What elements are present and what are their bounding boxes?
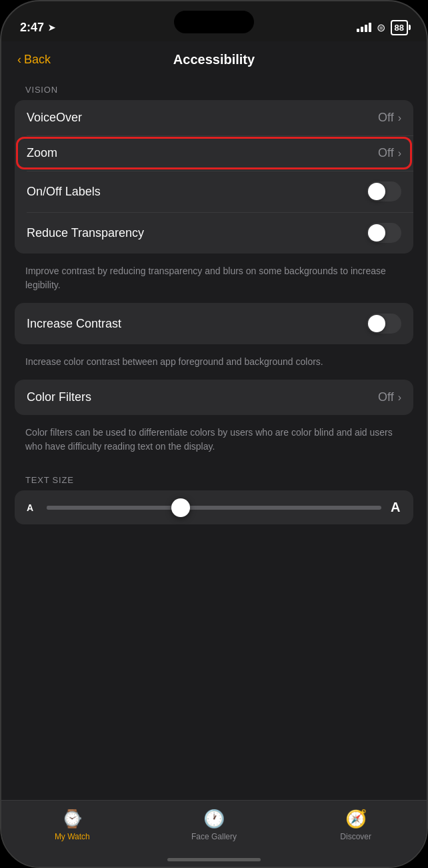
color-filters-chevron-icon: ›	[398, 392, 401, 404]
voiceover-label: VoiceOver	[27, 111, 82, 125]
onoff-labels-label: On/Off Labels	[27, 185, 101, 199]
voiceover-chevron-icon: ›	[398, 112, 401, 124]
slider-fill	[47, 506, 181, 510]
vision-section-label: VISION	[15, 74, 413, 100]
zoom-right: Off ›	[378, 146, 401, 160]
text-size-slider[interactable]	[47, 506, 381, 510]
voiceover-right: Off ›	[378, 111, 401, 125]
reduce-transparency-toggle[interactable]	[367, 223, 401, 243]
slider-max-label: A	[391, 500, 401, 515]
status-time: 2:47 ➤	[20, 21, 55, 35]
nav-bar: ‹ Back Accessibility	[1, 41, 427, 74]
page-title: Accessibility	[173, 52, 255, 67]
onoff-labels-toggle-knob	[368, 183, 385, 200]
my-watch-icon: ⌚	[61, 809, 83, 829]
slider-min-label: A	[27, 502, 37, 513]
vision-settings-card: VoiceOver Off › Zoom Off ›	[15, 100, 413, 254]
increase-contrast-card: Increase Contrast	[15, 303, 413, 344]
discover-label: Discover	[340, 832, 371, 841]
signal-bar-2	[361, 27, 363, 32]
signal-bar-3	[365, 25, 367, 32]
text-size-slider-card: A A	[15, 490, 413, 524]
increase-contrast-description: Increase color contrast between app fore…	[15, 350, 413, 380]
location-icon: ➤	[48, 23, 55, 33]
zoom-label: Zoom	[27, 146, 57, 160]
color-filters-right: Off ›	[378, 390, 401, 404]
my-watch-label: My Watch	[55, 832, 90, 841]
battery-indicator: 88	[391, 20, 408, 35]
signal-bars	[357, 23, 371, 32]
wifi-icon: ⊜	[377, 21, 385, 34]
zoom-chevron-icon: ›	[398, 147, 401, 159]
status-icons: ⊜ 88	[357, 20, 408, 35]
onoff-labels-toggle[interactable]	[367, 181, 401, 201]
color-filters-card: Color Filters Off ›	[15, 380, 413, 415]
zoom-row[interactable]: Zoom Off ›	[15, 135, 413, 171]
voiceover-row[interactable]: VoiceOver Off ›	[15, 100, 413, 135]
color-filters-value: Off	[378, 390, 394, 404]
onoff-labels-row[interactable]: On/Off Labels	[15, 171, 413, 212]
signal-bar-1	[357, 29, 359, 32]
zoom-highlight	[16, 137, 412, 169]
battery-level: 88	[395, 23, 404, 33]
home-indicator	[167, 858, 261, 861]
tab-discover[interactable]: 🧭 Discover	[329, 809, 383, 841]
back-button[interactable]: ‹ Back	[17, 53, 51, 67]
increase-contrast-toggle[interactable]	[367, 314, 401, 334]
time-display: 2:47	[20, 21, 44, 35]
increase-contrast-toggle-knob	[368, 315, 385, 332]
screen-content: ‹ Back Accessibility VISION VoiceOver Of…	[1, 41, 427, 800]
back-arrow-icon: ‹	[17, 53, 21, 67]
signal-bar-4	[369, 23, 371, 32]
phone-frame: 2:47 ➤ ⊜ 88 ‹ Back Accessibility	[0, 0, 428, 868]
tab-face-gallery[interactable]: 🕐 Face Gallery	[187, 809, 241, 841]
text-size-section-label: TEXT SIZE	[15, 464, 413, 490]
discover-icon: 🧭	[345, 809, 367, 829]
transparency-description: Improve contrast by reducing transparenc…	[15, 259, 413, 303]
scroll-area[interactable]: VISION VoiceOver Off › Zoom Off	[1, 74, 427, 530]
increase-contrast-label: Increase Contrast	[27, 317, 121, 331]
color-filters-row[interactable]: Color Filters Off ›	[15, 380, 413, 415]
reduce-transparency-row[interactable]: Reduce Transparency	[15, 212, 413, 254]
increase-contrast-row[interactable]: Increase Contrast	[15, 303, 413, 344]
color-filters-label: Color Filters	[27, 390, 91, 404]
tab-my-watch[interactable]: ⌚ My Watch	[45, 809, 99, 841]
zoom-value: Off	[378, 146, 394, 160]
back-label: Back	[24, 53, 51, 67]
reduce-transparency-label: Reduce Transparency	[27, 226, 144, 240]
dynamic-island	[174, 11, 254, 33]
face-gallery-label: Face Gallery	[191, 832, 237, 841]
tab-bar: ⌚ My Watch 🕐 Face Gallery 🧭 Discover	[1, 800, 427, 867]
voiceover-value: Off	[378, 111, 394, 125]
slider-thumb[interactable]	[171, 498, 190, 517]
reduce-transparency-toggle-knob	[368, 224, 385, 242]
color-filters-description: Color filters can be used to differentia…	[15, 420, 413, 464]
face-gallery-icon: 🕐	[203, 809, 225, 829]
